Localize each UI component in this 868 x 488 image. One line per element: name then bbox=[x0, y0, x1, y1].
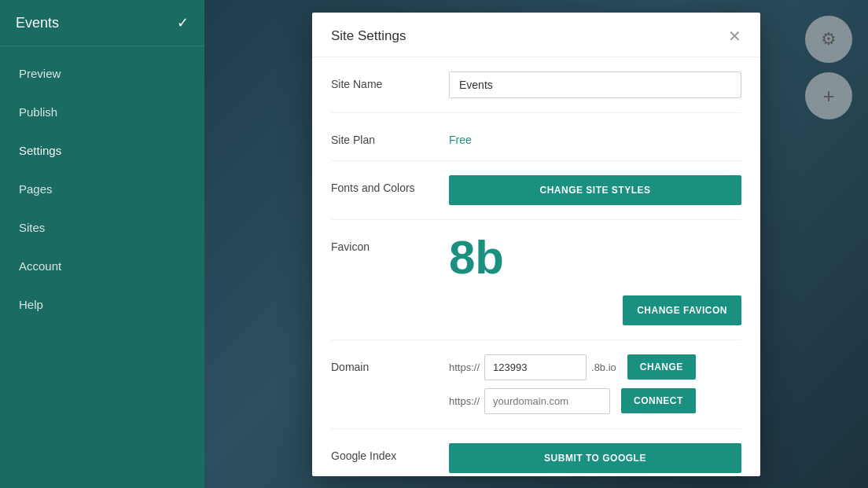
sidebar-nav: Preview Publish Settings Pages Sites Acc… bbox=[0, 46, 204, 332]
google-index-row: Google Index SUBMIT TO GOOGLE bbox=[331, 429, 741, 476]
modal-overlay: Site Settings ✕ Site Name Site Plan Free bbox=[204, 0, 868, 488]
fonts-colors-label: Fonts and Colors bbox=[331, 175, 433, 194]
sidebar-title: Events bbox=[16, 15, 59, 31]
sidebar-item-settings[interactable]: Settings bbox=[0, 131, 204, 170]
site-settings-modal: Site Settings ✕ Site Name Site Plan Free bbox=[312, 13, 760, 476]
change-domain-button[interactable]: CHANGE bbox=[627, 354, 696, 380]
google-index-label: Google Index bbox=[331, 443, 433, 462]
change-favicon-button[interactable]: CHANGE FAVICON bbox=[623, 295, 741, 325]
domain-row: Domain https:// .8b.io CHANGE https:// bbox=[331, 340, 741, 429]
site-name-content bbox=[449, 72, 741, 98]
sidebar-item-sites[interactable]: Sites bbox=[0, 208, 204, 247]
modal-header: Site Settings ✕ bbox=[312, 13, 760, 57]
connect-domain-button[interactable]: CONNECT bbox=[621, 388, 696, 413]
site-plan-row: Site Plan Free bbox=[331, 113, 741, 161]
favicon-display: 8b bbox=[449, 234, 741, 281]
google-index-content: SUBMIT TO GOOGLE bbox=[449, 443, 741, 473]
site-plan-content: Free bbox=[449, 127, 741, 146]
favicon-content: 8b CHANGE FAVICON bbox=[449, 234, 741, 325]
site-name-input[interactable] bbox=[449, 72, 741, 98]
favicon-row: Favicon 8b CHANGE FAVICON bbox=[331, 220, 741, 340]
fonts-colors-row: Fonts and Colors CHANGE SITE STYLES bbox=[331, 161, 741, 220]
sidebar-item-help[interactable]: Help bbox=[0, 285, 204, 324]
favicon-label: Favicon bbox=[331, 234, 433, 253]
sidebar-item-publish[interactable]: Publish bbox=[0, 93, 204, 131]
custom-domain-row: https:// CONNECT bbox=[449, 388, 741, 414]
site-plan-label: Site Plan bbox=[331, 127, 433, 146]
fonts-colors-content: CHANGE SITE STYLES bbox=[449, 175, 741, 205]
custom-domain-input[interactable] bbox=[484, 388, 610, 414]
sidebar-item-account[interactable]: Account bbox=[0, 247, 204, 285]
sidebar-item-preview[interactable]: Preview bbox=[0, 54, 204, 93]
custom-domain-prefix: https:// bbox=[449, 395, 480, 407]
sidebar-item-pages[interactable]: Pages bbox=[0, 170, 204, 208]
submit-to-google-button[interactable]: SUBMIT TO GOOGLE bbox=[449, 443, 741, 473]
modal-close-button[interactable]: ✕ bbox=[728, 28, 741, 44]
modal-body: Site Name Site Plan Free Fonts and Color… bbox=[312, 57, 760, 476]
sidebar-check-icon: ✓ bbox=[177, 14, 189, 31]
site-name-label: Site Name bbox=[331, 72, 433, 90]
domain-label: Domain bbox=[331, 354, 433, 373]
site-plan-link[interactable]: Free bbox=[449, 127, 741, 146]
modal-title: Site Settings bbox=[331, 28, 406, 44]
sidebar-header: Events ✓ bbox=[0, 0, 204, 46]
main-area: ⚙ + Site Settings ✕ Site Name bbox=[204, 0, 868, 488]
primary-domain-input[interactable] bbox=[484, 354, 587, 380]
change-site-styles-button[interactable]: CHANGE SITE STYLES bbox=[449, 175, 741, 205]
domain-content: https:// .8b.io CHANGE https:// CONNECT bbox=[449, 354, 741, 414]
sidebar: Events ✓ Preview Publish Settings Pages … bbox=[0, 0, 204, 488]
primary-domain-suffix: .8b.io bbox=[591, 361, 616, 373]
site-name-row: Site Name bbox=[331, 57, 741, 113]
primary-domain-row: https:// .8b.io CHANGE bbox=[449, 354, 741, 380]
primary-domain-prefix: https:// bbox=[449, 361, 480, 373]
